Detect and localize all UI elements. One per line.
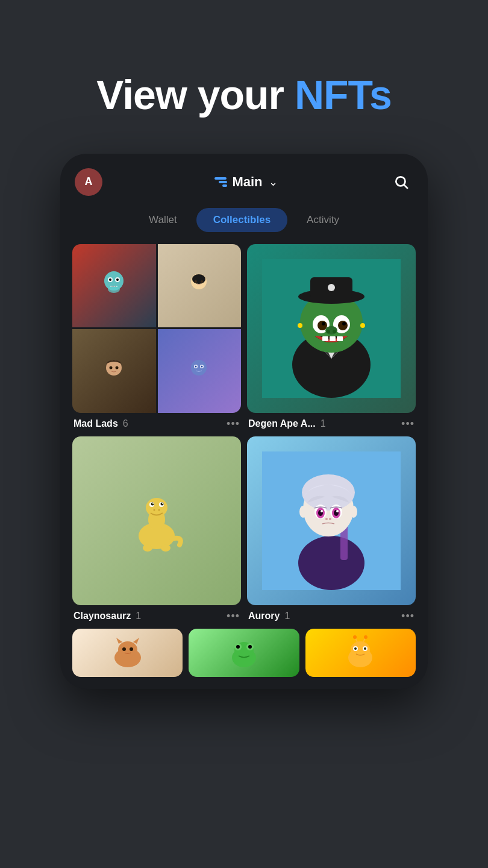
degen-ape-count: 1 [321, 418, 326, 429]
hero-title-highlight: NFTs [295, 72, 392, 118]
wallet-name: Main [232, 174, 262, 190]
collection-claynosaurz[interactable]: Claynosaurz 1 ••• [72, 436, 241, 623]
svg-point-80 [130, 647, 133, 651]
svg-point-70 [336, 510, 339, 512]
mad-lads-label: Mad Lads 6 ••• [72, 418, 241, 430]
degen-ape-label: Degen Ape A... 1 ••• [247, 418, 416, 430]
svg-point-36 [161, 544, 170, 552]
wallet-logo-icon [214, 175, 227, 189]
collection-degen-ape[interactable]: Degen Ape A... 1 ••• [247, 244, 416, 430]
svg-point-30 [161, 502, 164, 505]
svg-point-53 [327, 330, 330, 333]
svg-point-26 [146, 498, 167, 517]
degen-ape-image [247, 244, 416, 413]
nft-col-right: Degen Ape A... 1 ••• [247, 244, 416, 623]
svg-marker-77 [116, 638, 122, 644]
svg-point-14 [195, 280, 197, 283]
svg-point-72 [329, 518, 331, 520]
svg-point-15 [201, 280, 203, 283]
svg-point-34 [158, 509, 160, 511]
svg-point-31 [152, 503, 154, 504]
svg-point-32 [162, 503, 163, 504]
aurory-more-button[interactable]: ••• [401, 610, 414, 623]
svg-rect-50 [330, 336, 336, 341]
svg-point-33 [154, 509, 155, 511]
collection-aurory[interactable]: Aurory 1 ••• [247, 436, 416, 623]
svg-point-96 [364, 635, 368, 639]
svg-point-55 [298, 323, 302, 328]
svg-point-85 [236, 645, 240, 649]
nft-image-detective [72, 329, 156, 413]
degen-ape-more-button[interactable]: ••• [401, 418, 414, 430]
svg-point-47 [322, 322, 325, 326]
svg-point-76 [118, 641, 137, 658]
svg-point-73 [299, 506, 307, 518]
svg-point-29 [151, 502, 154, 505]
bottom-row [72, 629, 416, 677]
collection-mad-lads[interactable]: Mad Lads 6 ••• [72, 244, 241, 430]
aurory-label: Aurory 1 ••• [247, 610, 416, 623]
degen-ape-name: Degen Ape A... [248, 418, 316, 429]
tab-wallet[interactable]: Wallet [132, 208, 194, 232]
svg-point-62 [302, 474, 355, 511]
svg-point-42 [328, 284, 335, 291]
svg-point-45 [318, 321, 327, 330]
svg-point-94 [353, 635, 357, 639]
svg-point-69 [321, 510, 323, 512]
claynosaurz-count: 1 [136, 611, 141, 621]
claynosaurz-more-button[interactable]: ••• [227, 610, 240, 623]
svg-point-91 [354, 647, 357, 650]
claynosaurz-name: Claynosaurz [74, 611, 131, 621]
nft-grid: Mad Lads 6 ••• [72, 244, 416, 623]
nft-col-left: Mad Lads 6 ••• [72, 244, 241, 623]
nft-image-skull [72, 244, 156, 328]
nft-image-warrior [158, 244, 242, 328]
claynosaurz-image [72, 436, 241, 605]
svg-point-46 [338, 321, 348, 330]
svg-point-74 [350, 506, 357, 518]
chevron-down-icon: ⌄ [269, 175, 278, 189]
svg-point-18 [115, 366, 118, 370]
svg-point-92 [364, 647, 366, 650]
svg-point-0 [396, 177, 405, 186]
tab-collectibles[interactable]: Collectibles [196, 208, 287, 232]
search-button[interactable] [389, 170, 413, 194]
mad-lads-more-button[interactable]: ••• [227, 418, 240, 430]
mad-lads-name: Mad Lads [74, 418, 118, 429]
nft-image-blue-ghost [158, 329, 242, 413]
claynosaurz-label: Claynosaurz 1 ••• [72, 610, 241, 623]
wallet-selector[interactable]: Main ⌄ [214, 174, 277, 190]
search-icon [393, 174, 409, 190]
svg-point-22 [195, 366, 197, 368]
tab-activity[interactable]: Activity [290, 208, 356, 232]
phone-inner: A Main ⌄ Wallet [60, 154, 428, 689]
mad-lads-images [72, 244, 241, 413]
svg-point-48 [342, 322, 346, 326]
svg-rect-51 [337, 336, 343, 341]
aurory-count: 1 [284, 611, 290, 621]
svg-rect-49 [322, 336, 328, 341]
svg-point-35 [143, 544, 152, 552]
bottom-nft-critter[interactable] [305, 629, 416, 677]
tab-bar: Wallet Collectibles Activity [72, 208, 416, 232]
hero-title: View your NFTs [24, 72, 464, 118]
app-header: A Main ⌄ [72, 168, 416, 196]
hero-title-prefix: View your [96, 72, 295, 118]
aurory-image [247, 436, 416, 605]
svg-point-71 [325, 518, 328, 520]
svg-point-6 [109, 278, 111, 281]
svg-line-1 [404, 185, 408, 189]
svg-marker-78 [133, 638, 139, 644]
bottom-nft-frog[interactable] [189, 629, 299, 677]
svg-point-23 [201, 366, 203, 368]
svg-point-7 [116, 278, 119, 281]
svg-point-56 [360, 323, 365, 328]
svg-point-58 [298, 536, 364, 590]
phone-container: A Main ⌄ Wallet [60, 154, 428, 689]
svg-point-17 [109, 366, 112, 370]
svg-point-13 [192, 274, 205, 284]
avatar[interactable]: A [75, 168, 102, 196]
svg-point-79 [122, 647, 126, 651]
svg-point-54 [333, 330, 336, 333]
bottom-nft-cat[interactable] [72, 629, 183, 677]
